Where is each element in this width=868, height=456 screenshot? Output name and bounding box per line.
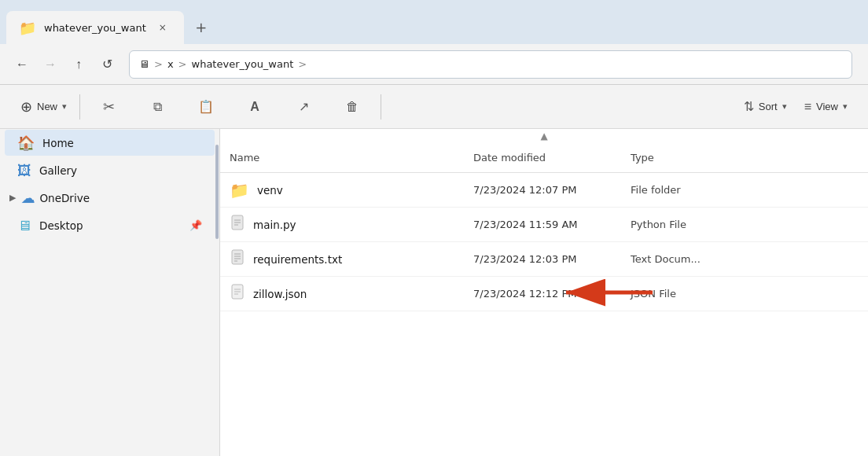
address-sep-1: > — [154, 58, 163, 70]
new-chevron-icon: ▾ — [62, 101, 67, 112]
sidebar-scrollbar-track[interactable] — [215, 129, 219, 456]
view-chevron-icon: ▾ — [843, 101, 848, 112]
requirements-type: Text Docum... — [631, 253, 859, 265]
col-date-header[interactable]: Date modified — [473, 152, 631, 164]
main-py-date: 7/23/2024 11:59 AM — [473, 219, 631, 230]
tab-close-button[interactable]: × — [154, 19, 171, 36]
rename-icon: A — [250, 100, 259, 114]
desktop-icon: 🖥 — [17, 217, 31, 234]
file-row-requirements[interactable]: requirements.txt 7/23/2024 12:03 PM Text… — [220, 242, 868, 277]
new-label: New — [37, 101, 57, 112]
sort-label: Sort — [759, 101, 778, 112]
address-crumb-folder[interactable]: whatever_you_want — [192, 58, 294, 70]
sidebar-item-gallery-label: Gallery — [39, 164, 77, 177]
col-type-header[interactable]: Type — [631, 152, 859, 164]
address-bar[interactable]: 🖥 > x > whatever_you_want > — [129, 50, 852, 79]
onedrive-expand-arrow: ▶ — [9, 193, 16, 203]
zillow-json-icon — [230, 284, 245, 303]
sidebar-item-onedrive-label: OneDrive — [39, 192, 89, 204]
sidebar-item-desktop[interactable]: 🖥 Desktop 📌 — [5, 212, 215, 238]
venv-date: 7/23/2024 12:07 PM — [473, 184, 631, 196]
venv-type: File folder — [631, 184, 859, 196]
copy-button[interactable]: ⧉ — [134, 89, 181, 125]
file-name-col-venv: 📁 venv — [230, 181, 473, 200]
new-tab-button[interactable]: + — [187, 13, 215, 41]
home-icon: 🏠 — [17, 134, 35, 151]
list-scroll-up: ▲ — [220, 129, 868, 143]
view-label: View — [816, 101, 838, 112]
venv-name: venv — [257, 184, 283, 197]
file-list: ▲ Name Date modified Type 📁 venv 7/23/20… — [220, 129, 868, 456]
file-name-col-main-py: main.py — [230, 215, 473, 234]
view-button[interactable]: ≡ View ▾ — [796, 89, 855, 125]
requirements-icon — [230, 249, 245, 269]
requirements-date: 7/23/2024 12:03 PM — [473, 253, 631, 265]
new-icon: ⊕ — [20, 98, 32, 116]
sort-button[interactable]: ⇅ Sort ▾ — [736, 89, 795, 125]
forward-button[interactable]: → — [38, 52, 63, 77]
sidebar-item-gallery[interactable]: 🖼 Gallery — [5, 157, 215, 183]
up-button[interactable]: ↑ — [66, 52, 91, 77]
cut-button[interactable]: ✂ — [85, 89, 132, 125]
nav-bar: ← → ↑ ↺ 🖥 > x > whatever_you_want > — [0, 44, 868, 85]
view-icon: ≡ — [804, 100, 811, 114]
copy-icon: ⧉ — [153, 100, 162, 114]
pin-icon: 📌 — [189, 219, 202, 231]
delete-button[interactable]: 🗑 — [329, 89, 376, 125]
cut-icon: ✂ — [103, 98, 115, 116]
sidebar-item-desktop-label: Desktop — [39, 219, 83, 232]
zillow-json-name: zillow.json — [253, 288, 307, 300]
sort-icon: ⇅ — [744, 99, 754, 114]
paste-button[interactable]: 📋 — [182, 89, 230, 125]
rename-button[interactable]: A — [231, 89, 278, 125]
gallery-icon: 🖼 — [17, 162, 31, 178]
zillow-json-type: JSON File — [631, 288, 859, 300]
delete-icon: 🗑 — [346, 100, 359, 114]
requirements-name: requirements.txt — [253, 253, 342, 266]
sidebar-scrollbar-thumb[interactable] — [215, 145, 219, 239]
new-button[interactable]: ⊕ New ▾ — [13, 89, 75, 125]
sidebar-item-home-label: Home — [42, 137, 74, 149]
svg-rect-4 — [232, 250, 243, 264]
address-crumb-x[interactable]: x — [167, 58, 174, 70]
refresh-button[interactable]: ↺ — [94, 52, 120, 77]
sidebar: 🏠 Home 🖼 Gallery ▶ ☁ OneDrive 🖥 Desktop … — [0, 129, 220, 456]
content-area: 🏠 Home 🖼 Gallery ▶ ☁ OneDrive 🖥 Desktop … — [0, 129, 868, 456]
share-button[interactable]: ↗ — [280, 89, 327, 125]
tab-title: whatever_you_want — [44, 22, 146, 34]
toolbar-divider-1 — [79, 94, 80, 120]
main-py-type: Python File — [631, 219, 859, 230]
sidebar-item-onedrive[interactable]: ▶ ☁ OneDrive — [5, 185, 215, 211]
file-row-zillow-json[interactable]: zillow.json 7/23/2024 12:12 PM JSON File — [220, 277, 868, 311]
address-sep-2: > — [178, 58, 187, 70]
sort-chevron-icon: ▾ — [782, 101, 787, 112]
share-icon: ↗ — [299, 99, 309, 114]
main-py-icon — [230, 215, 245, 234]
col-name-header[interactable]: Name — [230, 152, 473, 164]
address-computer-icon: 🖥 — [139, 58, 149, 70]
venv-folder-icon: 📁 — [230, 181, 249, 200]
paste-icon: 📋 — [198, 99, 214, 114]
main-py-name: main.py — [253, 219, 296, 231]
active-tab[interactable]: 📁 whatever_you_want × — [6, 11, 184, 44]
file-name-col-zillow: zillow.json — [230, 284, 473, 303]
zillow-json-date: 7/23/2024 12:12 PM — [473, 288, 631, 300]
file-row-venv[interactable]: 📁 venv 7/23/2024 12:07 PM File folder — [220, 173, 868, 208]
file-list-header: Name Date modified Type — [220, 143, 868, 173]
address-sep-3: > — [298, 58, 307, 70]
toolbar-divider-2 — [381, 94, 381, 120]
tab-folder-icon: 📁 — [19, 20, 36, 36]
sidebar-item-home[interactable]: 🏠 Home — [5, 130, 215, 156]
title-bar: 📁 whatever_you_want × + — [0, 0, 868, 44]
onedrive-icon: ☁ — [20, 189, 35, 206]
back-button[interactable]: ← — [9, 52, 35, 77]
toolbar: ⊕ New ▾ ✂ ⧉ 📋 A ↗ 🗑 ⇅ Sort ▾ ≡ View ▾ — [0, 85, 868, 129]
file-row-main-py[interactable]: main.py 7/23/2024 11:59 AM Python File — [220, 208, 868, 242]
file-name-col-requirements: requirements.txt — [230, 249, 473, 269]
